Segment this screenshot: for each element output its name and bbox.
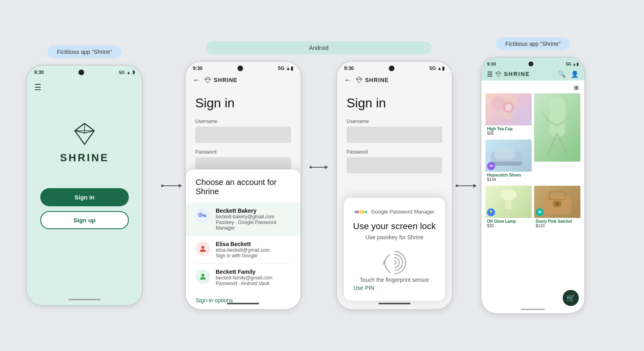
username-label-2: Username [195, 119, 291, 124]
back-icon-2[interactable]: ← [193, 76, 200, 84]
use-pin-button[interactable]: Use PIN [353, 285, 374, 291]
account-chooser-title: Choose an account for Shrine [186, 178, 300, 203]
account-info-2: Beckett Family beckett-family@gmail.com … [216, 269, 291, 286]
product-card-2[interactable]: 💡 OK Glow Lamp $20 [485, 186, 532, 230]
products-grid-4: High Tea Cup $36 [484, 92, 582, 230]
svg-rect-11 [204, 216, 205, 217]
svg-rect-25 [366, 212, 367, 213]
camera-2 [237, 66, 243, 71]
password-input-3[interactable] [347, 157, 442, 173]
account-info-1: Elisa Beckett elisa-beckett@gmail.com Si… [216, 241, 291, 259]
svg-marker-14 [356, 77, 362, 83]
account-method-2: Password · Android Vault [216, 281, 291, 286]
back-icon-3[interactable]: ← [344, 76, 351, 84]
camera-3 [389, 66, 394, 71]
shrine-logo-3: SHRINE [355, 76, 389, 84]
sign-in-options[interactable]: Sign-in options [186, 291, 300, 309]
status-icons-1: 5G ▲ ▮ [119, 70, 135, 75]
account-email-2: beckett-family@gmail.com [216, 275, 291, 281]
signin-button-1[interactable]: Sign in [40, 188, 129, 206]
time-3: 9:30 [344, 66, 354, 71]
svg-point-22 [361, 211, 363, 213]
product-price-1: $134 [485, 177, 532, 183]
account-method-1: Sign in with Google [216, 253, 291, 259]
arrow-3-4 [456, 184, 477, 188]
top-bar-2: ← SHRINE [186, 73, 301, 88]
svg-rect-23 [363, 211, 367, 212]
status-bar-1: 9:30 5G ▲ ▮ [27, 66, 142, 77]
product-badge-3: 🛍 [536, 208, 544, 216]
arrow-head-3 [473, 184, 477, 188]
screen-lock-title: Use your screen lock [352, 221, 437, 232]
status-bar-2: 9:30 5G ▲▮ [186, 62, 301, 73]
logo-area-1: SHRINE Sign in Sign up [27, 122, 142, 229]
camera-4 [528, 62, 533, 66]
signal-bars-1: ▲ [126, 70, 131, 75]
profile-icon-4[interactable]: 👤 [571, 70, 579, 78]
svg-point-18 [355, 211, 357, 212]
shrine-logo-2: SHRINE [204, 76, 237, 84]
battery-1: ▮ [132, 70, 135, 75]
signal-3: 5G [429, 66, 436, 71]
app-bar-left-4: ☰ SHRINE [487, 70, 530, 78]
cart-fab-4[interactable]: 🛒 [563, 290, 579, 306]
shrine-label-3: SHRINE [365, 77, 389, 83]
screen-lock-overlay: Google Password Manager Use your screen … [343, 197, 446, 301]
product-img-wrap-2: 💡 [485, 186, 532, 218]
account-method-0: Passkey · Google Password Manager [216, 220, 291, 231]
arrow-head-2 [325, 165, 328, 169]
status-bar-4: 9:30 5G ▲▮ [481, 57, 584, 68]
arrow-2-3 [310, 165, 328, 169]
status-icons-3: 5G ▲▮ [429, 66, 445, 71]
product-card-3[interactable]: 🛍 Dusty Pink Satchel $133 [534, 186, 580, 230]
arrow-1-2 [161, 184, 182, 188]
mid-label: Android [206, 41, 431, 54]
product-name-0: High Tea Cup [485, 125, 532, 131]
username-label-3: Username [347, 119, 442, 124]
username-field-3: Username [347, 119, 442, 143]
signup-button-1[interactable]: Sign up [40, 211, 129, 229]
filter-bar-4: ⊞ [484, 83, 582, 92]
search-icon-4[interactable]: 🔍 [558, 70, 566, 78]
right-column: Fictitious app "Shrine" 9:30 5G ▲▮ ☰ [477, 37, 589, 314]
svg-point-20 [357, 211, 359, 212]
product-card-1[interactable]: 🛍 Hopscotch Shoes $134 [485, 140, 532, 183]
account-item-2[interactable]: Beckett Family beckett-family@gmail.com … [186, 264, 300, 291]
product-price-0: $36 [485, 131, 532, 137]
product-img-wrap-0 [485, 93, 532, 125]
fingerprint-area[interactable]: Touch the fingerprint sensor [352, 248, 437, 283]
time-1: 9:30 [34, 70, 44, 75]
shrine-diamond-icon [72, 122, 97, 148]
username-input-2[interactable] [195, 127, 291, 143]
menu-icon-1[interactable]: ☰ [27, 77, 142, 98]
account-avatar-2 [196, 269, 210, 284]
menu-icon-4[interactable]: ☰ [487, 70, 493, 78]
home-bar-3 [378, 303, 411, 304]
shrine-name-4: SHRINE [504, 71, 530, 77]
username-input-3[interactable] [347, 127, 442, 143]
svg-rect-37 [491, 162, 523, 166]
product-name-1: Hopscotch Shoes [485, 172, 532, 177]
account-item-1[interactable]: Elisa Beckett elisa-beckett@gmail.com Si… [186, 236, 300, 263]
svg-rect-24 [366, 212, 367, 213]
arrow-line-3 [458, 185, 473, 186]
product-price-3: $133 [534, 224, 580, 230]
account-name-2: Beckett Family [216, 269, 291, 275]
filter-icon-4[interactable]: ⊞ [574, 84, 579, 91]
svg-marker-15 [356, 77, 362, 80]
product-badge-1: 🛍 [487, 162, 495, 170]
phone-4: 9:30 5G ▲▮ ☰ SHRINE 🔍 [481, 57, 585, 314]
status-icons-2: 5G ▲▮ [278, 66, 293, 71]
product-card-0[interactable]: High Tea Cup $36 [485, 93, 532, 137]
account-item-0[interactable]: Beckett Bakery beckett-bakery@gmail.com … [186, 203, 300, 236]
password-label-2: Password [195, 149, 291, 155]
form-area-3: Username Password [337, 115, 452, 184]
product-img-wrap-3: 🛍 [534, 186, 580, 218]
arrow-line-2 [312, 167, 325, 168]
time-2: 9:30 [193, 66, 202, 71]
svg-marker-27 [496, 71, 501, 74]
product-card-plant[interactable] [534, 93, 580, 183]
shrine-diamond-4 [495, 71, 502, 77]
password-field-3: Password [347, 149, 442, 173]
account-email-0: beckett-bakery@gmail.com [216, 214, 291, 220]
